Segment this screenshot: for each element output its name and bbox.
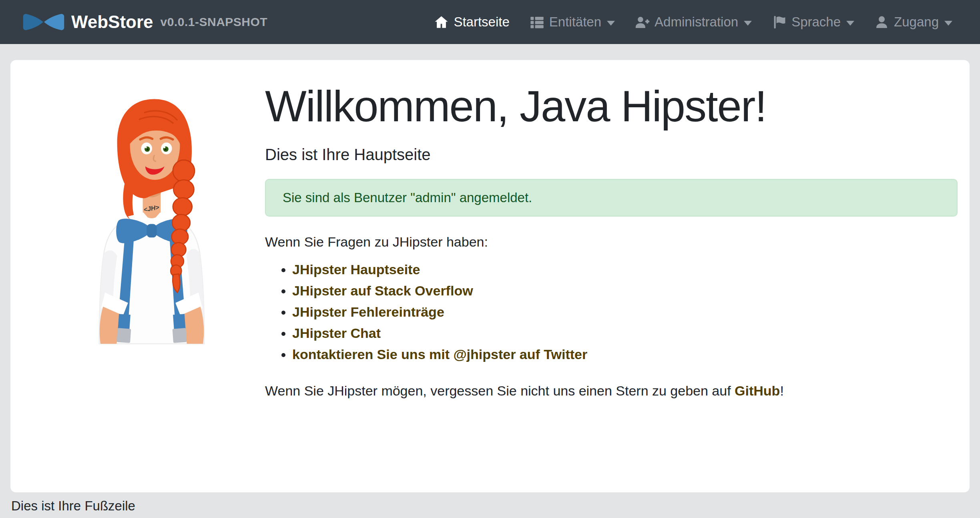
footer: Dies ist Ihre Fußzeile [0,492,980,518]
question-text: Wenn Sie Fragen zu JHipster haben: [265,234,958,250]
nav-label: Sprache [791,14,841,30]
list-item: JHipster auf Stack Overflow [292,283,958,299]
nav-label: Zugang [894,14,939,30]
jhipster-mascot-illustration: <JH> [86,89,218,345]
list-item: JHipster Fehlereinträge [292,304,958,320]
page-subtitle: Dies ist Ihre Hauptseite [265,146,958,164]
chevron-down-icon [846,21,854,26]
content-column: Willkommen, Java Hipster! Dies ist Ihre … [256,72,958,480]
main-card: <JH> [10,60,970,492]
link-twitter[interactable]: kontaktieren Sie uns mit @jhipster auf T… [292,347,587,362]
github-link[interactable]: GitHub [735,383,780,398]
nav-item-startseite[interactable]: Startseite [424,14,519,30]
nav-label: Administration [655,14,738,30]
nav-item-zugang[interactable]: Zugang [864,14,962,30]
page-title: Willkommen, Java Hipster! [265,80,958,132]
nav-item-entitaeten[interactable]: Entitäten [520,14,625,30]
link-list: JHipster Hauptseite JHipster auf Stack O… [265,262,958,362]
nav-item-administration[interactable]: Administration [625,14,762,30]
github-prefix: Wenn Sie JHipster mögen, vergessen Sie n… [265,383,735,398]
brand[interactable]: WebStore v0.0.1-SNAPSHOT [22,10,267,34]
github-text: Wenn Sie JHipster mögen, vergessen Sie n… [265,383,958,399]
list-item: kontaktieren Sie uns mit @jhipster auf T… [292,347,958,362]
user-icon [874,15,889,30]
navbar: WebStore v0.0.1-SNAPSHOT Startseite Enti… [0,0,980,44]
chevron-down-icon [944,21,952,26]
footer-text: Dies ist Ihre Fußzeile [11,498,969,514]
nav-label: Entitäten [549,14,601,30]
nav-label: Startseite [454,14,509,30]
alert-text: Sie sind als Benutzer "admin" angemeldet… [283,190,532,205]
nav-item-sprache[interactable]: Sprache [762,14,864,30]
nav-menu: Startseite Entitäten Administration [424,14,962,30]
bowtie-logo-icon [22,10,65,34]
list-icon [530,15,544,30]
link-jhipster-homepage[interactable]: JHipster Hauptseite [292,262,420,277]
flag-icon [772,15,787,30]
chevron-down-icon [607,21,615,26]
link-stack-overflow[interactable]: JHipster auf Stack Overflow [292,283,473,298]
link-chat[interactable]: JHipster Chat [292,325,381,341]
user-plus-icon [635,15,650,30]
list-item: JHipster Chat [292,325,958,341]
list-item: JHipster Hauptseite [292,262,958,277]
link-bug-tracker[interactable]: JHipster Fehlereinträge [292,304,444,319]
chevron-down-icon [744,21,752,26]
brand-version: v0.0.1-SNAPSHOT [161,15,268,29]
mascot-column: <JH> [22,72,256,480]
login-success-alert: Sie sind als Benutzer "admin" angemeldet… [265,179,958,217]
home-icon [434,15,449,30]
github-suffix: ! [780,383,783,398]
brand-name: WebStore [71,12,153,32]
